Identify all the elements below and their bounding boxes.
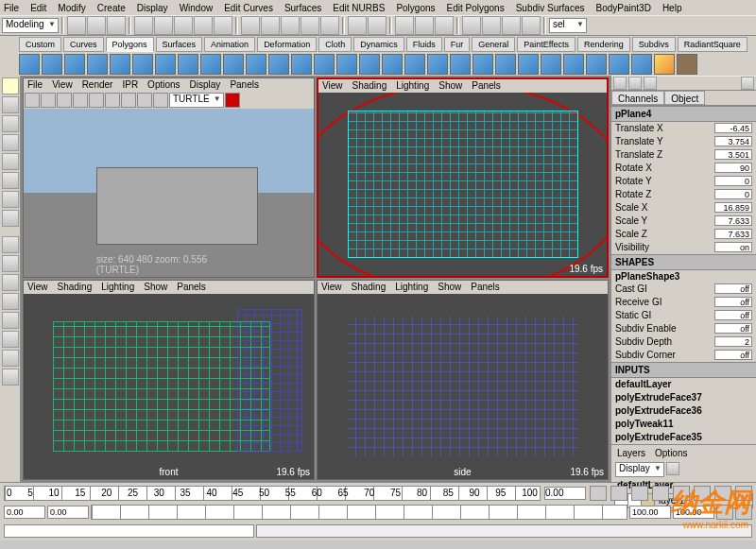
render-ipr-icon[interactable] bbox=[73, 93, 88, 108]
shelf-tab-rendering[interactable]: Rendering bbox=[577, 37, 630, 52]
attr-field[interactable] bbox=[714, 350, 752, 360]
attr-field[interactable] bbox=[714, 123, 752, 133]
shelf-tab-painteffects[interactable]: PaintEffects bbox=[517, 37, 576, 52]
lasso-tool-icon[interactable] bbox=[2, 96, 19, 113]
snap-curve-icon[interactable] bbox=[261, 16, 280, 35]
poly-mirror-icon[interactable] bbox=[563, 54, 584, 75]
attr-field[interactable] bbox=[714, 242, 752, 252]
menu-surfaces[interactable]: Surfaces bbox=[284, 3, 321, 13]
timeline-ruler[interactable]: 0510152025303540455055606570758085909510… bbox=[4, 486, 541, 501]
render-keep-icon[interactable] bbox=[121, 93, 136, 108]
render-region-icon[interactable] bbox=[41, 93, 56, 108]
shelf-tab-subdivs[interactable]: Subdivs bbox=[632, 37, 676, 52]
key-back-icon[interactable] bbox=[631, 486, 648, 501]
poly-soccer-icon[interactable] bbox=[246, 54, 266, 75]
shelf-tab-animation[interactable]: Animation bbox=[204, 37, 255, 52]
layers-options[interactable]: Options bbox=[655, 448, 687, 459]
poly-append-icon[interactable] bbox=[314, 54, 335, 75]
menu-edit[interactable]: Edit bbox=[30, 3, 46, 13]
attr-field[interactable] bbox=[714, 176, 752, 186]
render-snapshot-icon[interactable] bbox=[57, 93, 72, 108]
open-scene-icon[interactable] bbox=[87, 16, 106, 35]
render-globals-icon[interactable] bbox=[435, 16, 454, 35]
mel-icon[interactable] bbox=[654, 54, 675, 75]
sel-uv-icon[interactable] bbox=[214, 16, 232, 35]
save-scene-icon[interactable] bbox=[107, 16, 126, 35]
menu-modify[interactable]: Modify bbox=[58, 3, 85, 13]
snap-point-icon[interactable] bbox=[281, 16, 300, 35]
render-icon[interactable] bbox=[395, 16, 414, 35]
sel-edge-icon[interactable] bbox=[154, 16, 173, 35]
poly-cut-icon[interactable] bbox=[472, 54, 493, 75]
poly-plane-icon[interactable] bbox=[110, 54, 130, 75]
poly-combine-icon[interactable] bbox=[336, 54, 357, 75]
shelf-tab-deformation[interactable]: Deformation bbox=[257, 37, 317, 52]
menu-display[interactable]: Display bbox=[137, 3, 168, 13]
shelf-tab-radiantsquare[interactable]: RadiantSquare bbox=[678, 37, 747, 52]
attr-label[interactable]: Scale X bbox=[615, 202, 647, 214]
poly-cleanup-icon[interactable] bbox=[631, 54, 652, 75]
anim-start-field[interactable] bbox=[4, 506, 45, 519]
render-view-body[interactable]: size: 640 480 zoom: 0.556 (TURTLE) bbox=[24, 109, 314, 277]
range-ruler[interactable] bbox=[91, 505, 627, 520]
attr-field[interactable] bbox=[714, 149, 752, 160]
attr-field[interactable] bbox=[714, 163, 752, 173]
poly-split-icon[interactable] bbox=[450, 54, 471, 75]
layer-type-dropdown[interactable]: Display bbox=[615, 462, 664, 477]
range-start-field[interactable] bbox=[47, 506, 89, 519]
attr-label[interactable]: Cast GI bbox=[615, 283, 647, 295]
side-view-body[interactable]: side 19.6 fps bbox=[318, 294, 608, 479]
sel-face-icon[interactable] bbox=[174, 16, 193, 35]
go-start-icon[interactable] bbox=[590, 486, 607, 501]
attr-label[interactable]: Scale Z bbox=[615, 229, 647, 240]
poly-helix-icon[interactable] bbox=[223, 54, 244, 75]
scale-tool-icon[interactable] bbox=[2, 153, 19, 170]
attr-field[interactable] bbox=[714, 189, 752, 199]
menu-edit-nurbs[interactable]: Edit NURBS bbox=[333, 3, 385, 13]
range-end-field[interactable] bbox=[629, 506, 671, 519]
attr-field[interactable] bbox=[714, 283, 752, 294]
current-time-field[interactable] bbox=[544, 487, 586, 500]
attr-label[interactable]: Receive GI bbox=[615, 297, 662, 308]
attr-label[interactable]: Subdiv Corner bbox=[615, 350, 676, 361]
shelf-tab-fluids[interactable]: Fluids bbox=[406, 37, 442, 52]
poly-bevel-icon[interactable] bbox=[404, 54, 425, 75]
poly-pipe-icon[interactable] bbox=[200, 54, 221, 75]
menu-bodypaint[interactable]: BodyPaint3D bbox=[596, 3, 651, 13]
node-name[interactable]: pPlane4 bbox=[611, 106, 756, 122]
shelf-tab-fur[interactable]: Fur bbox=[444, 37, 471, 52]
poly-separate-icon[interactable] bbox=[359, 54, 380, 75]
poly-smooth-icon[interactable] bbox=[495, 54, 516, 75]
step-back-icon[interactable] bbox=[610, 486, 627, 501]
construction-icon[interactable] bbox=[368, 16, 387, 35]
menu-edit-polygons[interactable]: Edit Polygons bbox=[447, 3, 505, 13]
poly-bridge-icon[interactable] bbox=[427, 54, 448, 75]
render-options-icon[interactable] bbox=[153, 93, 168, 108]
input-node[interactable]: defaultLayer bbox=[611, 378, 756, 391]
attr-label[interactable]: Scale Y bbox=[615, 215, 647, 227]
layers-menu[interactable]: Layers bbox=[617, 448, 645, 459]
history-icon[interactable] bbox=[348, 16, 367, 35]
snap-grid-icon[interactable] bbox=[241, 16, 260, 35]
input-node[interactable]: polyExtrudeFace35 bbox=[611, 431, 756, 444]
menu-edit-curves[interactable]: Edit Curves bbox=[224, 3, 273, 13]
attr-field[interactable] bbox=[714, 215, 752, 226]
input-node[interactable]: polyExtrudeFace36 bbox=[611, 404, 756, 418]
input-node[interactable]: polyTweak11 bbox=[611, 418, 756, 431]
sel-vertex-icon[interactable] bbox=[134, 16, 153, 35]
hypershade-icon[interactable] bbox=[522, 16, 541, 35]
ipr-icon[interactable] bbox=[415, 16, 434, 35]
render-1to1-icon[interactable] bbox=[105, 93, 120, 108]
attr-field[interactable] bbox=[714, 229, 752, 239]
poly-sculpt-icon[interactable] bbox=[541, 54, 561, 75]
poly-cylinder-icon[interactable] bbox=[64, 54, 85, 75]
snap-plane-icon[interactable] bbox=[301, 16, 319, 35]
new-scene-icon[interactable] bbox=[67, 16, 86, 35]
attr-label[interactable]: Rotate Y bbox=[615, 176, 652, 187]
move-tool-icon[interactable] bbox=[2, 115, 19, 132]
outliner-icon[interactable] bbox=[482, 16, 501, 35]
attr-label[interactable]: Translate Y bbox=[615, 136, 663, 147]
attr-field[interactable] bbox=[714, 336, 752, 347]
time-slider[interactable]: 0510152025303540455055606570758085909510… bbox=[0, 482, 756, 503]
ch-layout-3-icon[interactable] bbox=[644, 77, 657, 90]
